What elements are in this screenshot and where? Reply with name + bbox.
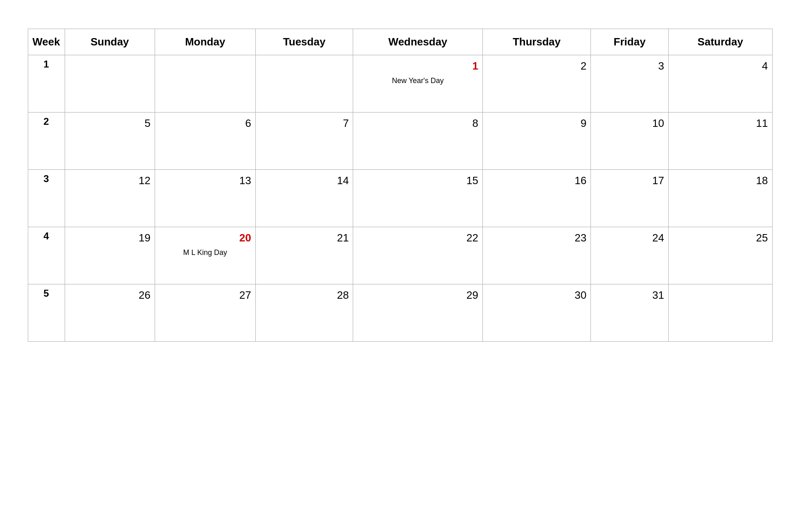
calendar-table: WeekSundayMondayTuesdayWednesdayThursday…	[28, 29, 773, 342]
day-number: 10	[595, 116, 664, 131]
day-number: 21	[260, 230, 349, 245]
day-cell: 11	[668, 113, 772, 170]
day-number: 11	[673, 116, 768, 131]
day-number: 26	[69, 288, 151, 302]
day-number: 14	[260, 173, 349, 188]
day-cell	[65, 55, 155, 113]
day-cell: 10	[591, 113, 669, 170]
day-cell: 20M L King Day	[155, 227, 255, 284]
day-cell: 3	[591, 55, 669, 113]
day-number: 28	[260, 288, 349, 302]
week-row-1: 11New Year's Day234	[28, 55, 772, 113]
header-row: WeekSundayMondayTuesdayWednesdayThursday…	[28, 29, 772, 55]
holiday-label: New Year's Day	[357, 76, 478, 86]
day-cell: 25	[668, 227, 772, 284]
day-number: 25	[673, 230, 768, 245]
day-cell: 22	[353, 227, 482, 284]
day-cell: 30	[482, 284, 591, 342]
day-number: 7	[260, 116, 349, 131]
week-number-5: 5	[28, 284, 65, 342]
day-cell: 15	[353, 170, 482, 227]
day-cell: 18	[668, 170, 772, 227]
day-number: 9	[487, 116, 587, 131]
day-number: 6	[159, 116, 251, 131]
day-cell: 17	[591, 170, 669, 227]
day-number: 5	[69, 116, 151, 131]
day-number: 23	[487, 230, 587, 245]
day-number: 19	[69, 230, 151, 245]
day-number: 17	[595, 173, 664, 188]
day-cell: 31	[591, 284, 669, 342]
week-row-2: 2567891011	[28, 113, 772, 170]
day-cell: 27	[155, 284, 255, 342]
day-cell: 26	[65, 284, 155, 342]
week-row-3: 312131415161718	[28, 170, 772, 227]
day-number: 15	[357, 173, 478, 188]
week-number-4: 4	[28, 227, 65, 284]
header-week: Week	[28, 29, 65, 55]
day-cell: 7	[255, 113, 353, 170]
day-cell: 19	[65, 227, 155, 284]
day-number: 2	[487, 59, 587, 73]
day-cell: 14	[255, 170, 353, 227]
day-cell: 5	[65, 113, 155, 170]
day-cell: 29	[353, 284, 482, 342]
day-cell: 24	[591, 227, 669, 284]
day-cell	[668, 284, 772, 342]
header-wednesday: Wednesday	[353, 29, 482, 55]
day-number: 20	[159, 230, 251, 245]
week-number-2: 2	[28, 113, 65, 170]
day-number: 22	[357, 230, 478, 245]
day-number: 18	[673, 173, 768, 188]
day-cell: 4	[668, 55, 772, 113]
header-thursday: Thursday	[482, 29, 591, 55]
day-cell: 16	[482, 170, 591, 227]
day-cell: 28	[255, 284, 353, 342]
day-number: 8	[357, 116, 478, 131]
day-cell: 12	[65, 170, 155, 227]
day-cell	[255, 55, 353, 113]
day-number: 16	[487, 173, 587, 188]
day-cell: 2	[482, 55, 591, 113]
day-number: 27	[159, 288, 251, 302]
week-number-3: 3	[28, 170, 65, 227]
day-cell: 13	[155, 170, 255, 227]
week-row-5: 5262728293031	[28, 284, 772, 342]
header-friday: Friday	[591, 29, 669, 55]
header-saturday: Saturday	[668, 29, 772, 55]
day-cell: 9	[482, 113, 591, 170]
day-cell: 6	[155, 113, 255, 170]
week-number-1: 1	[28, 55, 65, 113]
week-row-4: 41920M L King Day2122232425	[28, 227, 772, 284]
day-number: 13	[159, 173, 251, 188]
day-cell: 1New Year's Day	[353, 55, 482, 113]
day-cell: 8	[353, 113, 482, 170]
day-number: 24	[595, 230, 664, 245]
day-number: 31	[595, 288, 664, 302]
day-number: 30	[487, 288, 587, 302]
holiday-label: M L King Day	[159, 248, 251, 258]
day-number: 1	[357, 59, 478, 73]
day-cell	[155, 55, 255, 113]
day-number: 29	[357, 288, 478, 302]
day-number: 3	[595, 59, 664, 73]
header-monday: Monday	[155, 29, 255, 55]
day-cell: 23	[482, 227, 591, 284]
header-tuesday: Tuesday	[255, 29, 353, 55]
day-number: 4	[673, 59, 768, 73]
header-sunday: Sunday	[65, 29, 155, 55]
day-cell: 21	[255, 227, 353, 284]
day-number: 12	[69, 173, 151, 188]
